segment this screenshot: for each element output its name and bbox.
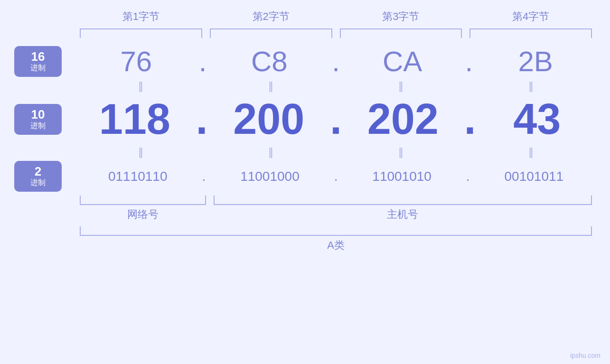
hex-byte4: 2B: [475, 45, 596, 78]
net-host-bracket-row: [76, 196, 596, 205]
dec-values: 118 . 200 . 202 . 43: [76, 95, 596, 144]
dec-byte4: 43: [479, 95, 596, 144]
bin-label: 2 进制: [14, 161, 62, 192]
hex-values: 76 . C8 . CA . 2B: [76, 45, 596, 78]
eq1-col1: ‖: [76, 80, 206, 93]
byte1-header: 第1字节: [76, 9, 206, 24]
dec-label: 10 进制: [14, 104, 62, 135]
bracket-byte4: [469, 28, 592, 38]
host-bracket: [214, 196, 592, 205]
bin-byte4: 00101011: [472, 169, 596, 184]
bracket-byte2: [210, 28, 332, 38]
hex-dot1: .: [199, 45, 207, 78]
hex-dot2: .: [332, 45, 340, 78]
net-label: 网络号: [80, 207, 206, 222]
hex-dot3: .: [465, 45, 473, 78]
eq1-col3: ‖: [336, 80, 466, 93]
eq2-col1: ‖: [76, 146, 206, 159]
dec-byte1: 118: [76, 95, 193, 144]
bin-byte3: 11001010: [340, 169, 463, 184]
watermark: ipshu.com: [570, 352, 601, 359]
net-bracket: [80, 196, 206, 205]
main-container: 第1字节 第2字节 第3字节 第4字节 16 进制 76 . C8 . CA .…: [0, 0, 610, 364]
host-label: 主机号: [214, 207, 592, 222]
hex-label: 16 进制: [14, 46, 62, 77]
hex-byte3: CA: [342, 45, 463, 78]
dec-dot1: .: [196, 95, 207, 144]
bin-byte1: 01110110: [76, 169, 199, 184]
net-host-labels-row: 网络号 主机号: [76, 207, 596, 222]
class-bracket-row: [76, 226, 596, 236]
byte3-header: 第3字节: [336, 9, 466, 24]
hex-unit: 进制: [30, 63, 46, 73]
eq2-col4: ‖: [466, 146, 596, 159]
bin-unit: 进制: [30, 178, 46, 188]
dec-dot2: .: [330, 95, 342, 144]
bin-dot2: .: [334, 169, 338, 184]
equals-row-2: ‖ ‖ ‖ ‖: [76, 146, 596, 159]
dec-unit: 进制: [30, 121, 46, 131]
byte4-header: 第4字节: [466, 9, 596, 24]
bracket-byte1: [80, 28, 202, 38]
bin-row: 2 进制 01110110 . 11001000 . 11001010 . 00…: [14, 161, 596, 192]
eq1-col2: ‖: [206, 80, 336, 93]
dec-byte3: 202: [344, 95, 461, 144]
dec-byte2: 200: [210, 95, 328, 144]
class-bracket: [80, 226, 592, 236]
header-row: 第1字节 第2字节 第3字节 第4字节: [76, 9, 596, 24]
bin-dot1: .: [202, 169, 206, 184]
byte2-header: 第2字节: [206, 9, 336, 24]
hex-byte1: 76: [76, 45, 197, 78]
bin-dot3: .: [466, 169, 470, 184]
dec-num: 10: [31, 108, 45, 121]
dec-row: 10 进制 118 . 200 . 202 . 43: [14, 95, 596, 144]
hex-num: 16: [31, 50, 45, 64]
class-label: A类: [76, 238, 596, 252]
hex-row: 16 进制 76 . C8 . CA . 2B: [14, 45, 596, 78]
class-label-row: A类: [76, 238, 596, 252]
dec-dot3: .: [464, 95, 476, 144]
equals-row-1: ‖ ‖ ‖ ‖: [76, 80, 596, 93]
bin-byte2: 11001000: [208, 169, 331, 184]
hex-byte2: C8: [209, 45, 329, 78]
bracket-byte3: [340, 28, 462, 38]
top-bracket-row: [76, 28, 596, 38]
bin-num: 2: [35, 165, 41, 178]
eq1-col4: ‖: [466, 80, 596, 93]
eq2-col3: ‖: [336, 146, 466, 159]
eq2-col2: ‖: [206, 146, 336, 159]
bin-values: 01110110 . 11001000 . 11001010 . 0010101…: [76, 169, 596, 184]
